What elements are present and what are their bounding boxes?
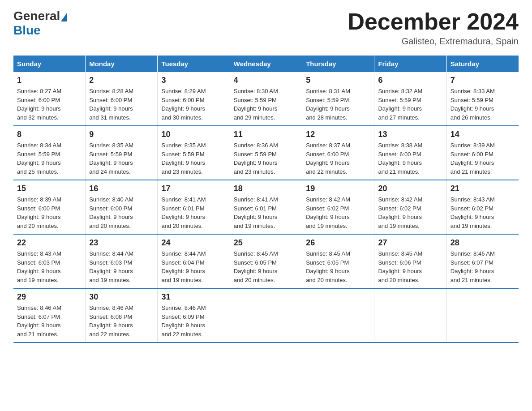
calendar-cell: 9 Sunrise: 8:35 AM Sunset: 5:59 PM Dayli… [86, 126, 158, 180]
calendar-cell: 3 Sunrise: 8:29 AM Sunset: 6:00 PM Dayli… [158, 72, 230, 126]
calendar-cell: 22 Sunrise: 8:43 AM Sunset: 6:03 PM Dayl… [13, 234, 86, 288]
day-number: 27 [378, 238, 442, 248]
day-info: Sunrise: 8:27 AM Sunset: 6:00 PM Dayligh… [17, 87, 82, 122]
day-info: Sunrise: 8:46 AM Sunset: 6:07 PM Dayligh… [450, 249, 515, 284]
page-header: General Blue December 2024 Galisteo, Ext… [13, 9, 519, 47]
day-number: 30 [89, 292, 154, 302]
day-number: 28 [450, 238, 515, 248]
day-info: Sunrise: 8:45 AM Sunset: 6:05 PM Dayligh… [306, 249, 370, 284]
calendar-cell: 19 Sunrise: 8:42 AM Sunset: 6:02 PM Dayl… [302, 180, 374, 234]
day-number: 25 [234, 238, 298, 248]
day-info: Sunrise: 8:42 AM Sunset: 6:02 PM Dayligh… [378, 195, 442, 230]
day-info: Sunrise: 8:28 AM Sunset: 6:00 PM Dayligh… [89, 87, 154, 122]
day-number: 12 [306, 130, 370, 139]
calendar-week-row: 29 Sunrise: 8:46 AM Sunset: 6:07 PM Dayl… [13, 288, 519, 342]
logo-general-text: General [13, 9, 60, 23]
day-info: Sunrise: 8:45 AM Sunset: 6:05 PM Dayligh… [234, 249, 298, 284]
calendar-cell: 6 Sunrise: 8:32 AM Sunset: 5:59 PM Dayli… [374, 72, 446, 126]
calendar-cell: 27 Sunrise: 8:45 AM Sunset: 6:06 PM Dayl… [374, 234, 446, 288]
day-info: Sunrise: 8:46 AM Sunset: 6:09 PM Dayligh… [161, 304, 226, 338]
day-info: Sunrise: 8:32 AM Sunset: 5:59 PM Dayligh… [378, 87, 442, 122]
day-number: 8 [17, 130, 82, 139]
calendar-cell: 31 Sunrise: 8:46 AM Sunset: 6:09 PM Dayl… [158, 288, 230, 342]
day-number: 14 [450, 130, 515, 139]
day-number: 31 [161, 292, 226, 302]
header-tuesday: Tuesday [158, 56, 230, 72]
day-number: 24 [161, 238, 226, 248]
calendar-cell: 12 Sunrise: 8:37 AM Sunset: 6:00 PM Dayl… [302, 126, 374, 180]
day-info: Sunrise: 8:42 AM Sunset: 6:02 PM Dayligh… [306, 195, 370, 230]
day-number: 2 [89, 76, 154, 85]
calendar-cell [230, 288, 302, 342]
day-info: Sunrise: 8:33 AM Sunset: 5:59 PM Dayligh… [450, 87, 515, 122]
calendar-cell [302, 288, 374, 342]
calendar-cell: 10 Sunrise: 8:35 AM Sunset: 5:59 PM Dayl… [158, 126, 230, 180]
day-info: Sunrise: 8:43 AM Sunset: 6:03 PM Dayligh… [17, 249, 82, 284]
day-info: Sunrise: 8:31 AM Sunset: 5:59 PM Dayligh… [306, 87, 370, 122]
day-info: Sunrise: 8:44 AM Sunset: 6:04 PM Dayligh… [161, 249, 226, 284]
logo-arrow-icon [61, 13, 67, 21]
calendar-cell: 20 Sunrise: 8:42 AM Sunset: 6:02 PM Dayl… [374, 180, 446, 234]
day-number: 7 [450, 76, 515, 85]
calendar-cell: 23 Sunrise: 8:44 AM Sunset: 6:03 PM Dayl… [86, 234, 158, 288]
calendar-cell: 2 Sunrise: 8:28 AM Sunset: 6:00 PM Dayli… [86, 72, 158, 126]
calendar-cell [446, 288, 519, 342]
day-info: Sunrise: 8:35 AM Sunset: 5:59 PM Dayligh… [161, 141, 226, 176]
header-saturday: Saturday [446, 56, 519, 72]
day-info: Sunrise: 8:40 AM Sunset: 6:00 PM Dayligh… [89, 195, 154, 230]
calendar-cell: 16 Sunrise: 8:40 AM Sunset: 6:00 PM Dayl… [86, 180, 158, 234]
logo: General Blue [13, 9, 67, 38]
day-number: 19 [306, 184, 370, 193]
day-number: 21 [450, 184, 515, 193]
day-number: 6 [378, 76, 442, 85]
day-info: Sunrise: 8:36 AM Sunset: 5:59 PM Dayligh… [234, 141, 298, 176]
day-number: 10 [161, 130, 226, 139]
day-info: Sunrise: 8:41 AM Sunset: 6:01 PM Dayligh… [161, 195, 226, 230]
calendar-cell: 11 Sunrise: 8:36 AM Sunset: 5:59 PM Dayl… [230, 126, 302, 180]
month-title: December 2024 [348, 9, 519, 34]
calendar-cell: 1 Sunrise: 8:27 AM Sunset: 6:00 PM Dayli… [13, 72, 86, 126]
calendar-cell: 8 Sunrise: 8:34 AM Sunset: 5:59 PM Dayli… [13, 126, 86, 180]
location-text: Galisteo, Extremadura, Spain [348, 36, 519, 47]
calendar-cell: 24 Sunrise: 8:44 AM Sunset: 6:04 PM Dayl… [158, 234, 230, 288]
logo-blue-text: Blue [13, 23, 41, 38]
header-friday: Friday [374, 56, 446, 72]
calendar-cell: 15 Sunrise: 8:39 AM Sunset: 6:00 PM Dayl… [13, 180, 86, 234]
calendar-cell [374, 288, 446, 342]
header-thursday: Thursday [302, 56, 374, 72]
day-info: Sunrise: 8:45 AM Sunset: 6:06 PM Dayligh… [378, 249, 442, 284]
calendar-cell: 28 Sunrise: 8:46 AM Sunset: 6:07 PM Dayl… [446, 234, 519, 288]
header-sunday: Sunday [13, 56, 86, 72]
day-number: 3 [161, 76, 226, 85]
calendar-cell: 21 Sunrise: 8:43 AM Sunset: 6:02 PM Dayl… [446, 180, 519, 234]
calendar-cell: 4 Sunrise: 8:30 AM Sunset: 5:59 PM Dayli… [230, 72, 302, 126]
day-info: Sunrise: 8:34 AM Sunset: 5:59 PM Dayligh… [17, 141, 82, 176]
calendar-cell: 18 Sunrise: 8:41 AM Sunset: 6:01 PM Dayl… [230, 180, 302, 234]
calendar-cell: 13 Sunrise: 8:38 AM Sunset: 6:00 PM Dayl… [374, 126, 446, 180]
day-number: 18 [234, 184, 298, 193]
calendar-cell: 5 Sunrise: 8:31 AM Sunset: 5:59 PM Dayli… [302, 72, 374, 126]
day-info: Sunrise: 8:29 AM Sunset: 6:00 PM Dayligh… [161, 87, 226, 122]
day-info: Sunrise: 8:35 AM Sunset: 5:59 PM Dayligh… [89, 141, 154, 176]
calendar-cell: 14 Sunrise: 8:39 AM Sunset: 6:00 PM Dayl… [446, 126, 519, 180]
calendar-table: SundayMondayTuesdayWednesdayThursdayFrid… [13, 56, 519, 343]
day-number: 5 [306, 76, 370, 85]
day-number: 11 [234, 130, 298, 139]
calendar-cell: 29 Sunrise: 8:46 AM Sunset: 6:07 PM Dayl… [13, 288, 86, 342]
day-info: Sunrise: 8:37 AM Sunset: 6:00 PM Dayligh… [306, 141, 370, 176]
calendar-week-row: 15 Sunrise: 8:39 AM Sunset: 6:00 PM Dayl… [13, 180, 519, 234]
day-info: Sunrise: 8:30 AM Sunset: 5:59 PM Dayligh… [234, 87, 298, 122]
day-info: Sunrise: 8:44 AM Sunset: 6:03 PM Dayligh… [89, 249, 154, 284]
calendar-header-row: SundayMondayTuesdayWednesdayThursdayFrid… [13, 56, 519, 72]
calendar-week-row: 22 Sunrise: 8:43 AM Sunset: 6:03 PM Dayl… [13, 234, 519, 288]
day-info: Sunrise: 8:46 AM Sunset: 6:08 PM Dayligh… [89, 304, 154, 338]
calendar-week-row: 1 Sunrise: 8:27 AM Sunset: 6:00 PM Dayli… [13, 72, 519, 126]
day-number: 20 [378, 184, 442, 193]
title-section: December 2024 Galisteo, Extremadura, Spa… [348, 9, 519, 47]
day-info: Sunrise: 8:39 AM Sunset: 6:00 PM Dayligh… [17, 195, 82, 230]
day-number: 23 [89, 238, 154, 248]
day-number: 29 [17, 292, 82, 302]
calendar-cell: 30 Sunrise: 8:46 AM Sunset: 6:08 PM Dayl… [86, 288, 158, 342]
day-number: 22 [17, 238, 82, 248]
day-info: Sunrise: 8:38 AM Sunset: 6:00 PM Dayligh… [378, 141, 442, 176]
